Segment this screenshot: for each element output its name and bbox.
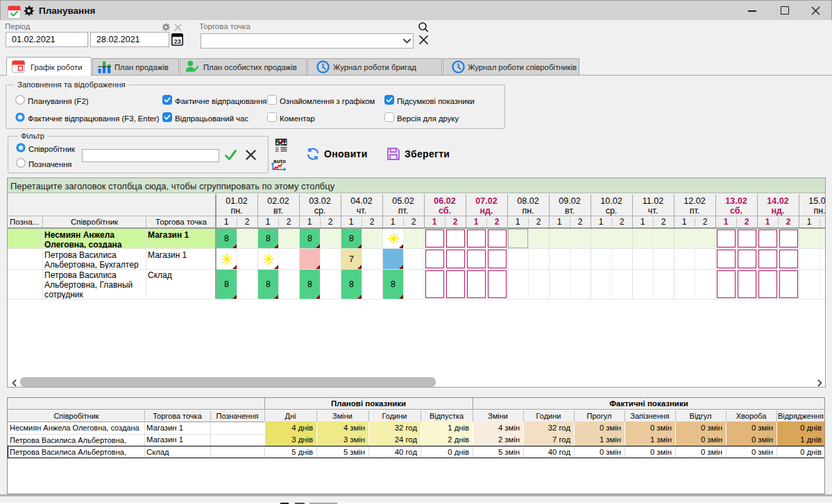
svg-text:23: 23 [174, 38, 181, 45]
